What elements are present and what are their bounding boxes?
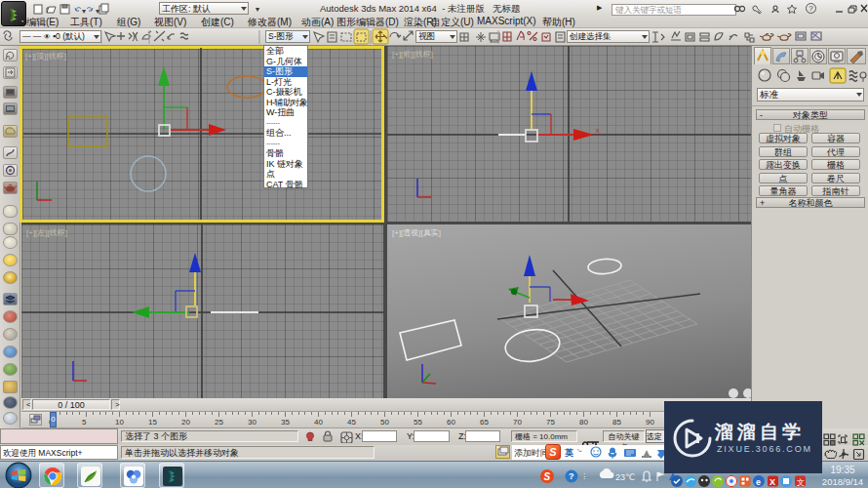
svg-text:?: ? [569,471,574,481]
svg-text:x: x [596,127,600,134]
svg-text:ⵗ: ⵗ [583,472,586,481]
svg-text:23℃: 23℃ [615,472,635,482]
svg-text:文: 文 [797,478,805,487]
svg-text:▾: ▾ [96,7,99,16]
svg-text:X: X [769,477,775,487]
svg-text:S: S [544,471,551,482]
svg-text:▾: ▾ [82,7,86,16]
svg-text:e: e [756,477,761,487]
